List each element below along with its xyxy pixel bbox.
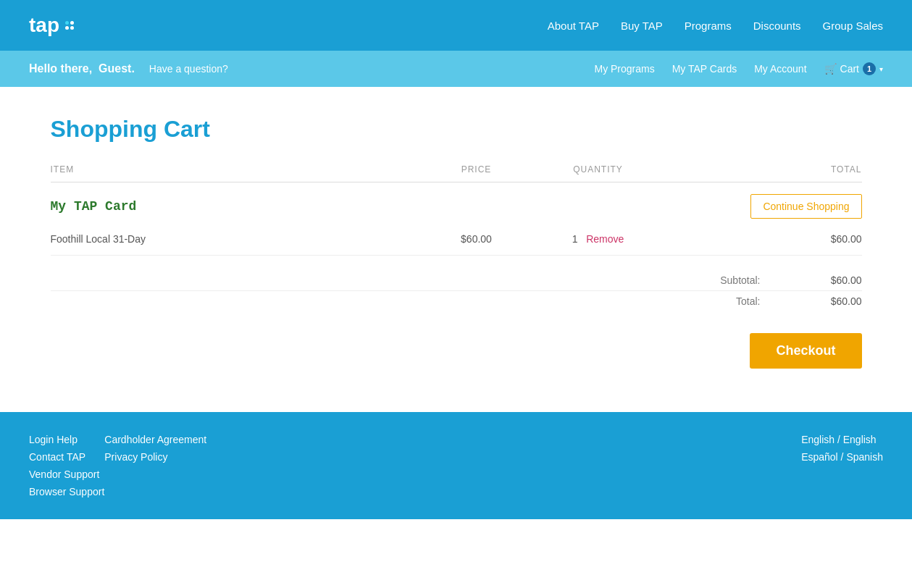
footer-spanish[interactable]: Español / Spanish [801,451,883,463]
top-nav: tap About TAP Buy TAP Programs Discounts… [0,0,912,51]
col-price: PRICE [416,164,537,182]
subtotal-label: Subtotal: [688,274,761,286]
subtotal-value: $60.00 [804,274,862,286]
item-total: $60.00 [659,223,862,256]
checkout-row: Checkout [51,333,862,369]
footer-cardholder-agreement[interactable]: Cardholder Agreement [104,434,206,445]
footer-inner: Login Help Contact TAP Vendor Support Br… [29,434,883,497]
top-nav-links: About TAP Buy TAP Programs Discounts Gro… [548,20,883,32]
footer-col-2: Cardholder Agreement Privacy Policy [104,434,206,463]
footer-col-1: Login Help Contact TAP Vendor Support Br… [29,434,104,497]
remove-item-button[interactable]: Remove [586,233,624,245]
cart-icon: 🛒 [824,63,837,75]
subheader-left: Hello there, Guest. Have a question? [29,62,228,75]
cart-section-row: My TAP Card Continue Shopping [51,182,862,224]
greeting: Hello there, Guest. [29,62,135,75]
nav-group-sales[interactable]: Group Sales [823,20,883,32]
nav-programs[interactable]: Programs [685,20,732,32]
have-a-question: Have a question? [149,63,228,75]
subtotal-row: Subtotal: $60.00 [51,270,862,291]
summary-section: Subtotal: $60.00 Total: $60.00 [51,270,862,311]
col-quantity: QUANTITY [537,164,659,182]
col-total: TOTAL [659,164,862,182]
section-title: My TAP Card [51,199,137,214]
nav-discounts[interactable]: Discounts [753,20,801,32]
cart-table: ITEM PRICE QUANTITY TOTAL My TAP Card Co… [51,164,862,256]
nav-buy-tap[interactable]: Buy TAP [621,20,663,32]
footer: Login Help Contact TAP Vendor Support Br… [0,412,912,519]
total-value: $60.00 [804,295,862,307]
footer-login-help[interactable]: Login Help [29,434,104,445]
subheader: Hello there, Guest. Have a question? My … [0,51,912,87]
subheader-right: My Programs My TAP Cards My Account 🛒 Ca… [594,62,883,75]
footer-browser-support[interactable]: Browser Support [29,486,104,497]
logo-dots [65,21,74,30]
item-name: Foothill Local 31-Day [51,223,416,256]
continue-shopping-button[interactable]: Continue Shopping [750,194,861,219]
footer-english[interactable]: English / English [801,434,883,445]
footer-contact-tap[interactable]: Contact TAP [29,451,104,463]
item-price: $60.00 [416,223,537,256]
cart-label: Cart [840,63,859,75]
footer-privacy-policy[interactable]: Privacy Policy [104,451,206,463]
my-account-link[interactable]: My Account [754,63,806,75]
logo-text: tap [29,14,59,37]
logo[interactable]: tap [29,14,74,37]
checkout-button[interactable]: Checkout [750,333,861,369]
col-item: ITEM [51,164,416,182]
footer-vendor-support[interactable]: Vendor Support [29,469,104,480]
chevron-down-icon: ▾ [879,65,883,73]
total-row: Total: $60.00 [51,291,862,311]
page-title: Shopping Cart [51,116,862,143]
main-content: Shopping Cart ITEM PRICE QUANTITY TOTAL … [22,87,891,412]
total-label: Total: [688,295,761,307]
cart-badge: 1 [863,62,876,75]
my-tap-cards-link[interactable]: My TAP Cards [672,63,737,75]
cart-link[interactable]: 🛒 Cart 1 ▾ [824,62,883,75]
my-programs-link[interactable]: My Programs [594,63,654,75]
item-quantity: 1 Remove [537,223,659,256]
footer-language: English / English Español / Spanish [801,434,883,463]
table-row: Foothill Local 31-Day $60.00 1 Remove $6… [51,223,862,256]
nav-about-tap[interactable]: About TAP [548,20,599,32]
